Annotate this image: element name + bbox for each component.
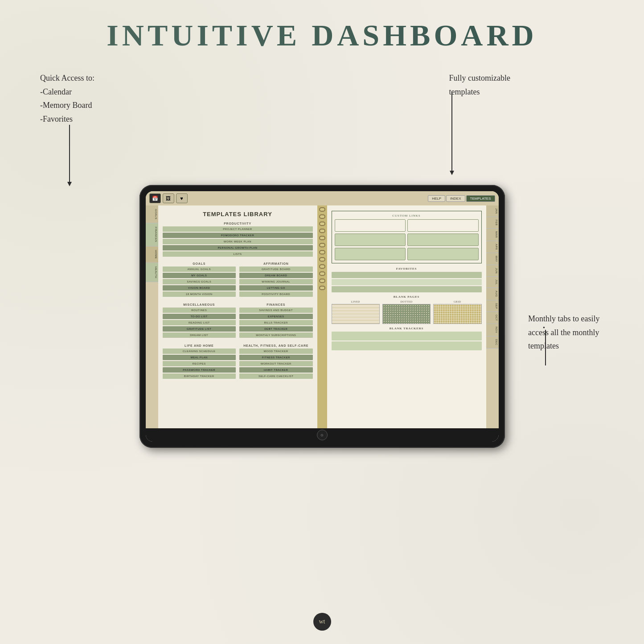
arrow-right-top-indicator <box>451 91 452 172</box>
btn-workout[interactable]: WORKOUT TRACKER <box>239 361 313 366</box>
tab-templates[interactable]: TEMPLATES <box>466 195 495 202</box>
btn-cleaning[interactable]: CLEANING SCHEDULE <box>163 349 236 354</box>
ring-5 <box>319 236 325 240</box>
tablet-device: 📅 🖼 ♥ HELP INDEX TEMPLATES GOALS FINANCE… <box>139 185 505 448</box>
btn-habit[interactable]: HABIT TRACKER <box>239 367 313 373</box>
btn-18-month[interactable]: 18 MONTH VISION <box>163 291 236 297</box>
btn-fitness[interactable]: FITNESS TRACKER <box>239 355 313 360</box>
grid-section: GRID <box>433 300 481 324</box>
link-cell-6[interactable] <box>407 248 479 260</box>
annotation-right-top: Fully customizable templates <box>449 71 510 98</box>
btn-reading[interactable]: READING LIST <box>163 320 236 325</box>
sidebar-tab-finances[interactable]: FINANCES <box>146 223 158 246</box>
btn-pomodoro[interactable]: POMODORO TRACKER <box>163 233 313 238</box>
lined-section: LINED <box>332 300 380 324</box>
tab-index[interactable]: INDEX <box>446 195 465 202</box>
month-tab-may[interactable]: MAY <box>486 253 499 265</box>
btn-letting-go[interactable]: LETTING GO <box>239 285 313 291</box>
link-cell-5[interactable] <box>335 248 406 260</box>
misc-finances-cols: MISCELLANEOUS ROUTINES TO-DO LIST READIN… <box>163 300 313 339</box>
tablet-screen: 📅 🖼 ♥ HELP INDEX TEMPLATES GOALS FINANCE… <box>146 191 499 442</box>
goals-section-title: GOALS <box>163 262 236 265</box>
btn-gratitude-board[interactable]: GRATITUDE BOARD <box>239 267 313 272</box>
btn-my-goals[interactable]: MY GOALS <box>163 273 236 278</box>
month-tab-mar[interactable]: MAR <box>486 229 499 241</box>
sidebar-tab-goals[interactable]: GOALS <box>146 205 158 223</box>
btn-debt[interactable]: DEBT TRACKER <box>239 326 313 332</box>
btn-winning-journal[interactable]: WINNING JOURNAL <box>239 279 313 284</box>
blank-trackers-title: BLANK TRACKERS <box>332 327 482 330</box>
month-tab-oct[interactable]: OCT <box>486 312 499 324</box>
link-cell-1[interactable] <box>335 219 406 232</box>
sidebar-left: GOALS FINANCES HOME HEALTH <box>146 205 158 428</box>
link-cell-4[interactable] <box>407 234 479 246</box>
btn-todo[interactable]: TO-DO LIST <box>163 314 236 319</box>
fav-bar-1 <box>332 272 482 278</box>
lined-label: LINED <box>332 300 380 303</box>
month-tab-jan[interactable]: JAN <box>486 205 499 217</box>
content-area: GOALS FINANCES HOME HEALTH TEMPLATES LIB… <box>146 205 499 428</box>
btn-project-planner[interactable]: PROJECT PLANNER <box>163 226 313 232</box>
dotted-label: DOTTED <box>382 300 431 303</box>
btn-work-week[interactable]: WORK WEEK PLAN <box>163 239 313 244</box>
btn-subscriptions[interactable]: MONTHLY SUBSCRIPTIONS <box>239 332 313 338</box>
ring-6 <box>319 243 325 247</box>
health-title: HEALTH, FITNESS, AND SELF-CARE <box>239 344 313 347</box>
link-cell-2[interactable] <box>407 219 479 232</box>
btn-mood[interactable]: MOOD TRACKER <box>239 349 313 354</box>
btn-lists[interactable]: LISTS <box>163 251 313 257</box>
btn-vision-board[interactable]: VISION BOARD <box>163 285 236 291</box>
home-button[interactable]: ⊙ <box>317 430 328 440</box>
btn-recipes[interactable]: RECIPES <box>163 361 236 366</box>
btn-password[interactable]: PASSWORD TRACKER <box>163 367 236 373</box>
affirmation-section-title: AFFIRMATION <box>239 262 313 265</box>
sidebar-tab-home[interactable]: HOME <box>146 246 158 263</box>
image-icon[interactable]: 🖼 <box>163 193 174 203</box>
book-spine <box>317 205 327 428</box>
home-health-cols: LIFE AND HOME CLEANING SCHEDULE MEAL PLA… <box>163 341 313 380</box>
btn-routines[interactable]: ROUTINES <box>163 308 236 313</box>
btn-positivity[interactable]: POSITIVITY BOARD <box>239 291 313 297</box>
btn-annual-goals[interactable]: ANNUAL GOALS <box>163 267 236 272</box>
btn-bills[interactable]: BILLS TRACKER <box>239 320 313 325</box>
btn-dream-list[interactable]: DREAM LIST <box>163 332 236 338</box>
grid-thumb[interactable] <box>433 304 481 324</box>
month-tab-feb[interactable]: FEB <box>486 217 499 229</box>
right-page: CUSTOM LINKS FAVORITES BLANK <box>327 205 486 428</box>
blank-pages-grid: LINED DOTTED GRID <box>332 300 482 324</box>
btn-gratitude-list[interactable]: GRATITUDE LIST <box>163 326 236 332</box>
custom-links-grid <box>335 219 479 260</box>
month-tab-dec[interactable]: DEC <box>486 336 499 349</box>
btn-expenses[interactable]: EXPENSES <box>239 314 313 319</box>
dotted-thumb[interactable] <box>382 304 431 324</box>
sidebar-tab-health[interactable]: HEALTH <box>146 263 158 282</box>
month-tab-aug[interactable]: AUG <box>486 288 499 300</box>
blank-pages-title: BLANK PAGES <box>332 295 482 299</box>
fav-bar-3 <box>332 286 482 292</box>
month-tab-jun[interactable]: JUN <box>486 265 499 277</box>
ring-8 <box>319 257 325 262</box>
month-tab-jul[interactable]: JUL <box>486 277 499 288</box>
btn-meal-plan[interactable]: MEAL PLAN <box>163 355 236 360</box>
btn-savings-goals[interactable]: SAVINGS GOALS <box>163 279 236 284</box>
link-cell-3[interactable] <box>335 234 406 246</box>
finances-section: FINANCES SAVINGS AND BUDGET EXPENSES BIL… <box>239 300 313 339</box>
btn-personal-growth[interactable]: PERSONAL GROWTH PLAN <box>163 245 313 250</box>
btn-selfcare[interactable]: SELF-CARE CHECKLIST <box>239 373 313 379</box>
btn-birthday[interactable]: BIRTHDAY TRACKER <box>163 373 236 379</box>
tablet-bottom-bar: ⊙ <box>146 428 499 442</box>
favorites-title: FAVORITES <box>332 267 482 271</box>
ring-4 <box>319 229 325 233</box>
calendar-icon[interactable]: 📅 <box>149 193 161 203</box>
lined-thumb[interactable] <box>332 304 380 324</box>
heart-icon[interactable]: ♥ <box>176 193 188 203</box>
btn-dream-board[interactable]: DREAM BOARD <box>239 273 313 278</box>
ring-12 <box>319 286 325 290</box>
month-tab-nov[interactable]: NOV <box>486 324 499 336</box>
tab-help[interactable]: HELP <box>428 195 445 202</box>
misc-section: MISCELLANEOUS ROUTINES TO-DO LIST READIN… <box>163 300 236 339</box>
month-tab-apr[interactable]: APR <box>486 241 499 253</box>
month-tab-sep[interactable]: SEP <box>486 300 499 312</box>
dotted-section: DOTTED <box>382 300 431 324</box>
btn-savings-budget[interactable]: SAVINGS AND BUDGET <box>239 308 313 313</box>
